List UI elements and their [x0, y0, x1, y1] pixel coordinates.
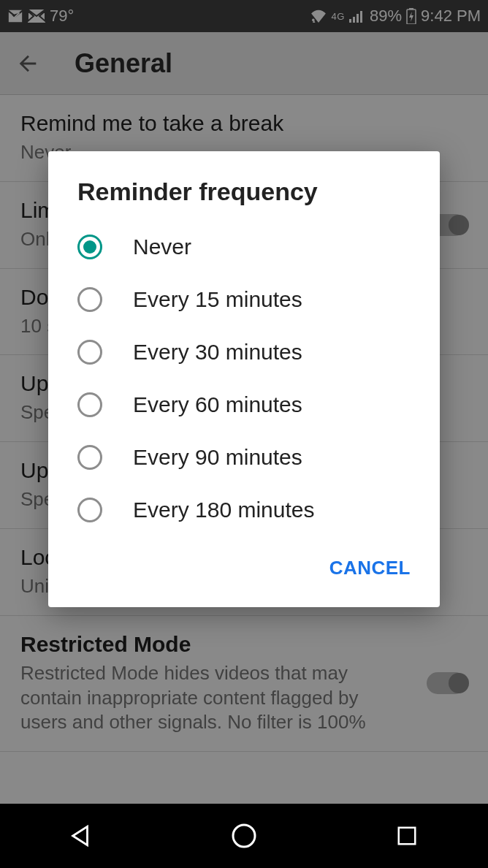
navigation-bar	[0, 804, 488, 868]
square-recents-icon	[396, 825, 418, 847]
radio-label: Every 90 minutes	[133, 445, 302, 470]
radio-list: NeverEvery 15 minutesEvery 30 minutesEve…	[48, 221, 440, 536]
cancel-button[interactable]: CANCEL	[319, 549, 421, 587]
screen: 79° 4G 89% 9:42 PM General Remind me to …	[0, 0, 488, 868]
reminder-frequency-dialog: Reminder frequency NeverEvery 15 minutes…	[48, 151, 440, 607]
radio-label: Every 15 minutes	[133, 287, 302, 312]
svg-rect-11	[398, 828, 415, 845]
radio-option[interactable]: Every 180 minutes	[48, 484, 440, 536]
radio-label: Every 30 minutes	[133, 340, 302, 365]
triangle-back-icon	[69, 823, 94, 848]
radio-option[interactable]: Every 60 minutes	[48, 378, 440, 431]
nav-back-button[interactable]	[63, 818, 99, 854]
radio-option[interactable]: Never	[48, 221, 440, 273]
radio-label: Every 180 minutes	[133, 498, 314, 522]
dialog-title: Reminder frequency	[48, 151, 440, 221]
radio-button-icon	[77, 445, 102, 470]
radio-option[interactable]: Every 30 minutes	[48, 326, 440, 378]
circle-home-icon	[231, 823, 257, 849]
radio-label: Every 60 minutes	[133, 392, 302, 417]
svg-point-10	[233, 825, 255, 847]
radio-label: Never	[133, 235, 191, 259]
radio-button-icon	[77, 287, 102, 312]
radio-button-icon	[77, 340, 102, 365]
radio-option[interactable]: Every 15 minutes	[48, 273, 440, 326]
radio-button-icon	[77, 392, 102, 417]
nav-recents-button[interactable]	[389, 818, 425, 854]
dialog-actions: CANCEL	[48, 536, 440, 604]
nav-home-button[interactable]	[226, 818, 262, 854]
radio-button-icon	[77, 235, 102, 259]
radio-button-icon	[77, 498, 102, 522]
radio-option[interactable]: Every 90 minutes	[48, 431, 440, 484]
